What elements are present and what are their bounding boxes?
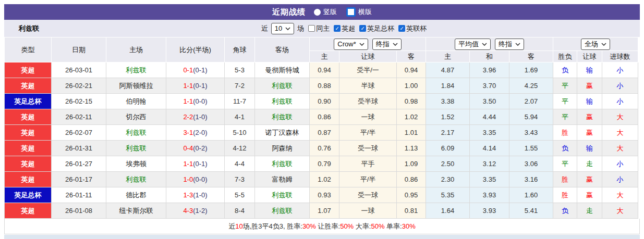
cell-text: 一球	[361, 113, 375, 121]
away-team-cell: 曼彻斯特城	[255, 62, 310, 78]
match-type-badge-cell: 英超	[5, 141, 52, 156]
odds-final-select[interactable]: 终指	[372, 39, 402, 50]
cell-text: 0-1	[183, 66, 193, 74]
radio-horizontal-label: 横版	[358, 7, 372, 17]
result-goals-cell: 大	[602, 203, 638, 219]
handicap-cell: 受一球	[339, 141, 397, 156]
cell-text: 平	[562, 160, 568, 168]
avg-draw-cell: 3.70	[470, 78, 509, 94]
cell-text: 1-3	[183, 191, 193, 199]
full-match-select[interactable]: 全场	[581, 39, 610, 50]
cell-text: 赢	[586, 129, 593, 136]
match-row: 英超26-01-08纽卡斯尔联4-3(1-2)8-4利兹联1.07一球0.811…	[5, 203, 638, 219]
cell-text: 4.44	[483, 113, 496, 121]
average-final-select[interactable]: 终指	[495, 39, 524, 50]
radio-vertical-layout[interactable]: 竖版	[314, 7, 337, 17]
checkbox-checked-icon[interactable]: ✓	[334, 25, 341, 32]
filter-controls: 近 10 场 同主✓英超✓英足总杯✓英联杯	[261, 23, 427, 34]
cell-text: 走	[586, 207, 593, 215]
result-handicap-cell: 赢	[577, 78, 602, 94]
radio-selected-icon[interactable]	[346, 7, 356, 17]
cell-text: 赢	[586, 175, 593, 183]
title-bar: 近期战绩 竖版 横版	[4, 4, 640, 20]
date-cell: 26-01-11	[52, 187, 106, 203]
summary-text-segment: 30%	[402, 222, 416, 230]
cell-text: 0.95	[405, 191, 418, 199]
subheader-avg-home: 主	[426, 51, 470, 62]
score-cell: 1-1(0-1)	[166, 78, 225, 94]
col-header-date: 日期	[52, 37, 106, 62]
cell-text: 利兹联	[126, 175, 147, 183]
checkbox-checked-icon[interactable]: ✓	[359, 25, 366, 32]
home-team-cell: 利兹联	[106, 62, 166, 78]
result-goals-cell: 小	[602, 172, 638, 187]
cell-text: 26-02-11	[65, 113, 92, 121]
checkbox-unchecked-icon[interactable]	[308, 25, 315, 32]
match-row: 英超26-01-27埃弗顿1-1(0-1)4-4利兹联0.79平手1.092.5…	[5, 156, 638, 172]
match-row: 英足总杯26-01-11德比郡1-3(1-0)5-5利兹联0.93受一球0.95…	[5, 187, 638, 203]
cell-text: 2-2	[183, 113, 193, 121]
cell-text: (1-0)	[193, 191, 207, 199]
odds-home-cell: 0.94	[310, 62, 339, 78]
home-team-cell: 利兹联	[106, 125, 166, 141]
cell-text: 利兹联	[126, 144, 147, 152]
away-team-cell: 利兹联	[255, 109, 310, 125]
cell-text: 胜	[562, 129, 568, 136]
cell-text: 赢	[586, 113, 593, 121]
cell-text: 1-0	[183, 175, 193, 183]
avg-draw-cell: 3.93	[470, 203, 509, 219]
cell-text: 利兹联	[272, 160, 293, 168]
filter-checkbox-label[interactable]: 英足总杯	[367, 24, 394, 33]
cell-text: 0.87	[318, 129, 331, 136]
cell-text: 利兹联	[126, 129, 147, 136]
cell-text: 7-3	[235, 175, 245, 183]
cell-text: 5.35	[441, 191, 454, 199]
cell-text: 一球	[361, 207, 375, 215]
cell-text: 大	[617, 191, 624, 199]
odds-away-cell: 1.02	[397, 109, 426, 125]
cell-text: 5-3	[235, 66, 245, 74]
result-handicap-cell: 输	[577, 62, 602, 78]
cell-text: 负	[562, 66, 568, 74]
table-header: 类型 日期 主场 比分(半场) 角球 客场 Crow*终指 平均值终指 全场 主…	[5, 37, 638, 62]
bottom-strip	[4, 235, 640, 239]
recent-count-select[interactable]: 10	[271, 23, 294, 34]
col-header-home: 主场	[106, 37, 166, 62]
average-select[interactable]: 平均值	[455, 39, 491, 50]
filter-checkbox-label[interactable]: 英联杯	[406, 24, 427, 33]
radio-horizontal-layout[interactable]: 横版	[346, 7, 372, 17]
cell-text: 3.38	[441, 97, 454, 105]
result-group-selects: 全场	[553, 39, 638, 50]
date-cell: 26-02-11	[52, 109, 106, 125]
cell-text: 半球	[361, 82, 375, 90]
match-row: 英超26-02-11切尔西2-2(1-0)4-1利兹联0.86一球1.021.5…	[5, 109, 638, 125]
odds-away-cell: 0.98	[397, 94, 426, 109]
cell-text: 0.79	[318, 160, 331, 168]
checkbox-checked-icon[interactable]: ✓	[398, 25, 405, 32]
odds-away-cell: 1.09	[397, 156, 426, 172]
result-handicap-cell: 赢	[577, 172, 602, 187]
avg-home-cell: 4.87	[426, 62, 470, 78]
subheader-handicap: 让球	[339, 51, 397, 62]
result-handicap-cell: 赢	[577, 125, 602, 141]
crow-odds-select[interactable]: Crow*	[334, 39, 368, 50]
filter-checkbox-label[interactable]: 英超	[342, 24, 355, 33]
score-cell: 1-1(0-1)	[166, 156, 225, 172]
filter-checkbox-label[interactable]: 同主	[316, 24, 330, 33]
radio-unselected-icon[interactable]	[314, 9, 321, 16]
chevron-down-icon	[515, 43, 520, 46]
cell-text: 利兹联	[126, 66, 147, 74]
select-value: 平均值	[458, 40, 479, 49]
result-wdl-cell: 负	[553, 62, 577, 78]
avg-away-cell: 5.94	[509, 109, 553, 125]
select-value: 终指	[376, 40, 390, 49]
cell-text: 3.93	[483, 191, 496, 199]
result-goals-cell: 大	[602, 125, 638, 141]
match-type-badge-cell: 英足总杯	[5, 94, 52, 109]
cell-text: 4.25	[525, 82, 538, 90]
cell-text: 诺丁汉森林	[265, 129, 299, 136]
cell-text: 1.02	[318, 175, 331, 183]
cell-text: 埃弗顿	[126, 160, 147, 168]
cell-text: 0.98	[405, 97, 418, 105]
cell-text: 小	[617, 160, 624, 168]
